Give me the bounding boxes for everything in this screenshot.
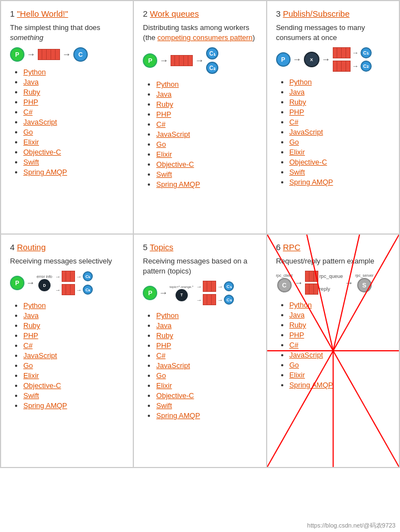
lang-spring[interactable]: Spring AMQP bbox=[23, 401, 67, 410]
lang-go[interactable]: Go bbox=[23, 128, 33, 136]
lang-python[interactable]: Python bbox=[23, 301, 46, 310]
lang-php[interactable]: PHP bbox=[156, 341, 171, 350]
consumer-c2: C₂ bbox=[83, 285, 93, 295]
list-item: Objective-C bbox=[156, 160, 257, 168]
consumer-c2: C₂ bbox=[361, 61, 372, 72]
lang-elixir[interactable]: Elixir bbox=[23, 138, 39, 146]
lang-csharp[interactable]: C# bbox=[23, 108, 33, 116]
card-4-title-link[interactable]: Routing bbox=[17, 242, 46, 252]
lang-php[interactable]: PHP bbox=[156, 110, 171, 118]
card-1-title-link[interactable]: "Hello World!" bbox=[17, 9, 68, 18]
lang-php[interactable]: PHP bbox=[23, 331, 38, 340]
arrow-icon: → bbox=[159, 289, 168, 297]
card-5-title: 5 Topics bbox=[143, 242, 257, 252]
competing-consumers-link[interactable]: competing consumers pattern bbox=[157, 33, 252, 42]
tutorial-grid: 1 "Hello World!" The simplest thing that… bbox=[0, 0, 400, 468]
lang-swift[interactable]: Swift bbox=[156, 170, 172, 178]
lang-ruby[interactable]: Ruby bbox=[289, 98, 306, 106]
lang-go[interactable]: Go bbox=[156, 371, 166, 380]
lang-ruby[interactable]: Ruby bbox=[23, 88, 40, 96]
lang-objc[interactable]: Objective-C bbox=[23, 148, 61, 156]
arrow-icon: → bbox=[27, 50, 36, 59]
arrow-icon: → bbox=[159, 56, 168, 65]
lang-elixir[interactable]: Elixir bbox=[156, 150, 172, 158]
lang-javascript[interactable]: JavaScript bbox=[156, 361, 190, 370]
rpc-server-circle: S bbox=[357, 278, 372, 292]
list-item: JavaScript bbox=[289, 350, 390, 359]
lang-javascript[interactable]: JavaScript bbox=[289, 351, 323, 359]
lang-go[interactable]: Go bbox=[156, 140, 166, 148]
card-4-number: 4 bbox=[10, 242, 17, 252]
lang-java[interactable]: Java bbox=[289, 88, 304, 96]
lang-javascript[interactable]: JavaScript bbox=[289, 128, 323, 136]
lang-php[interactable]: PHP bbox=[289, 331, 304, 339]
lang-ruby[interactable]: Ruby bbox=[156, 100, 173, 108]
card-6-title-link[interactable]: RPC bbox=[283, 242, 301, 252]
lang-python[interactable]: Python bbox=[289, 301, 312, 309]
lang-java[interactable]: Java bbox=[156, 90, 171, 98]
lang-ruby[interactable]: Ruby bbox=[289, 321, 306, 329]
lang-php[interactable]: PHP bbox=[23, 98, 38, 106]
list-item: Go bbox=[23, 361, 124, 370]
lang-python[interactable]: Python bbox=[23, 68, 46, 76]
list-item: Python bbox=[23, 301, 124, 310]
card-2-title-link[interactable]: Work queues bbox=[150, 9, 199, 18]
list-item: Java bbox=[156, 321, 257, 330]
list-item: C# bbox=[23, 107, 124, 116]
lang-javascript[interactable]: JavaScript bbox=[156, 130, 190, 138]
lang-spring[interactable]: Spring AMQP bbox=[289, 178, 333, 186]
lang-java[interactable]: Java bbox=[289, 311, 304, 319]
lang-spring[interactable]: Spring AMQP bbox=[156, 180, 200, 188]
list-item: C# bbox=[156, 120, 257, 128]
list-item: C# bbox=[156, 351, 257, 360]
card-3-title-link[interactable]: Publish/Subscribe bbox=[283, 9, 349, 18]
exchange-node: T bbox=[176, 289, 188, 301]
lang-go[interactable]: Go bbox=[23, 361, 33, 370]
lang-java[interactable]: Java bbox=[156, 321, 171, 330]
list-item: Java bbox=[23, 77, 124, 86]
lang-csharp[interactable]: C# bbox=[289, 341, 299, 349]
lang-objc[interactable]: Objective-C bbox=[23, 381, 61, 390]
lang-elixir[interactable]: Elixir bbox=[289, 371, 305, 379]
list-item: Java bbox=[23, 311, 124, 320]
list-item: JavaScript bbox=[156, 361, 257, 370]
lang-spring[interactable]: Spring AMQP bbox=[289, 381, 333, 389]
lang-ruby[interactable]: Ruby bbox=[156, 331, 173, 340]
lang-swift[interactable]: Swift bbox=[156, 401, 172, 410]
lang-csharp[interactable]: C# bbox=[23, 341, 33, 350]
lang-elixir[interactable]: Elixir bbox=[23, 371, 39, 380]
lang-objc[interactable]: Objective-C bbox=[289, 158, 327, 166]
lang-elixir[interactable]: Elixir bbox=[156, 381, 172, 390]
lang-go[interactable]: Go bbox=[289, 138, 299, 146]
card-hello-world: 1 "Hello World!" The simplest thing that… bbox=[1, 1, 133, 234]
lang-csharp[interactable]: C# bbox=[156, 120, 166, 128]
lang-objc[interactable]: Objective-C bbox=[156, 160, 194, 168]
list-item: Ruby bbox=[23, 321, 124, 330]
lang-swift[interactable]: Swift bbox=[289, 168, 305, 176]
lang-swift[interactable]: Swift bbox=[23, 158, 39, 166]
lang-java[interactable]: Java bbox=[23, 311, 38, 320]
lang-javascript[interactable]: JavaScript bbox=[23, 118, 57, 126]
lang-swift[interactable]: Swift bbox=[23, 391, 39, 400]
lang-csharp[interactable]: C# bbox=[289, 118, 299, 126]
card-3-desc: Sending messages to many consumers at on… bbox=[276, 23, 390, 43]
lang-objc[interactable]: Objective-C bbox=[156, 391, 194, 400]
lang-php[interactable]: PHP bbox=[289, 108, 304, 116]
lang-spring[interactable]: Spring AMQP bbox=[23, 168, 67, 176]
card-rpc: 6 RPC Request/reply pattern example rpc_… bbox=[267, 234, 399, 468]
list-item: Swift bbox=[156, 401, 257, 410]
lang-javascript[interactable]: JavaScript bbox=[23, 351, 57, 360]
lang-csharp[interactable]: C# bbox=[156, 351, 166, 360]
card-2-title: 2 Work queues bbox=[143, 9, 257, 18]
lang-go[interactable]: Go bbox=[289, 361, 299, 369]
lang-python[interactable]: Python bbox=[156, 311, 178, 320]
lang-python[interactable]: Python bbox=[156, 80, 178, 88]
queue-block bbox=[38, 49, 60, 60]
lang-spring[interactable]: Spring AMQP bbox=[156, 411, 200, 420]
lang-elixir[interactable]: Elixir bbox=[289, 148, 305, 156]
lang-java[interactable]: Java bbox=[23, 78, 38, 86]
lang-ruby[interactable]: Ruby bbox=[23, 321, 40, 330]
card-2-number: 2 bbox=[143, 9, 150, 18]
lang-python[interactable]: Python bbox=[289, 78, 312, 86]
card-5-title-link[interactable]: Topics bbox=[150, 242, 174, 252]
